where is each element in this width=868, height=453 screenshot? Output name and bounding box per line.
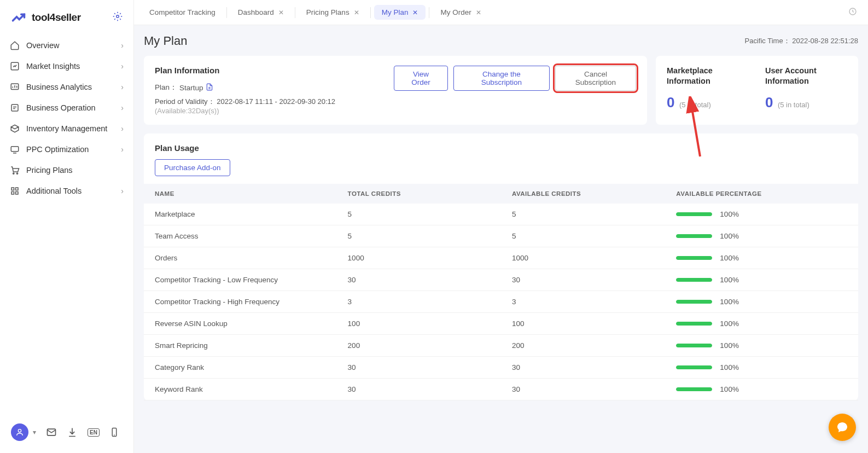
chevron-right-icon: ›	[121, 124, 124, 133]
period-line: Period of Validity： 2022-08-17 11:11 - 2…	[155, 97, 394, 115]
cell-name: Keyword Rank	[144, 379, 337, 400]
operation-icon	[10, 103, 20, 113]
progress-bar	[676, 212, 712, 216]
table-row: Marketplace55100%	[144, 204, 858, 225]
col-available: AVAILABLE CREDITS	[501, 184, 665, 204]
sidebar-item-label: Overview	[26, 41, 59, 50]
cell-pct: 100%	[665, 357, 858, 379]
pct-text: 100%	[720, 232, 739, 240]
plan-information-card: Plan Information Plan： Startup Period of…	[144, 56, 647, 125]
cell-available: 200	[501, 335, 665, 357]
sidebar-item-label: Business Analytics	[26, 83, 92, 91]
tz-value: 2022-08-28 22:51:28	[792, 37, 858, 45]
table-row: Smart Repricing200200100%	[144, 335, 858, 357]
progress-bar	[676, 365, 712, 369]
close-icon[interactable]: ✕	[412, 9, 418, 16]
tz-label: Pacific Time：	[745, 37, 790, 45]
account-info-sub: (5 in total)	[778, 101, 809, 109]
content-area: My Plan Pacific Time： 2022-08-28 22:51:2…	[134, 25, 868, 453]
cell-available: 5	[501, 204, 665, 225]
sidebar-item-business-analytics[interactable]: Business Analytics›	[0, 77, 133, 97]
cell-pct: 100%	[665, 247, 858, 269]
svg-point-0	[116, 15, 119, 18]
svg-rect-4	[11, 147, 19, 152]
chat-fab[interactable]	[829, 414, 856, 441]
download-icon[interactable]	[67, 427, 78, 438]
cell-available: 30	[501, 357, 665, 379]
cell-total: 30	[337, 379, 501, 400]
sidebar-item-ppc-optimization[interactable]: PPC Optimization›	[0, 139, 133, 160]
col-name: NAME	[144, 184, 337, 204]
sidebar-item-overview[interactable]: Overview›	[0, 35, 133, 56]
page-header: My Plan Pacific Time： 2022-08-28 22:51:2…	[144, 34, 858, 48]
cell-name: Competitor Tracking - Low Frequency	[144, 269, 337, 291]
table-row: Team Access55100%	[144, 225, 858, 247]
progress-bar	[676, 300, 712, 304]
tab-label: My Order	[440, 8, 471, 16]
table-row: Reverse ASIN Lookup100100100%	[144, 313, 858, 335]
progress-bar	[676, 387, 712, 391]
page-title: My Plan	[144, 34, 187, 48]
table-row: Competitor Tracking - Low Frequency30301…	[144, 269, 858, 291]
cell-name: Smart Repricing	[144, 335, 337, 357]
cell-available: 1000	[501, 247, 665, 269]
cell-total: 3	[337, 291, 501, 313]
inventory-icon	[10, 124, 20, 133]
analytics-icon	[10, 82, 20, 92]
table-row: Orders10001000100%	[144, 247, 858, 269]
cancel-subscription-button[interactable]: Cancel Subscription	[555, 66, 636, 91]
cell-pct: 100%	[665, 379, 858, 400]
mail-icon[interactable]	[46, 427, 57, 438]
sidebar-item-label: Market Insights	[26, 62, 80, 71]
change-subscription-button[interactable]: Change the Subscription	[453, 66, 550, 91]
pct-text: 100%	[720, 320, 739, 328]
language-icon[interactable]: EN	[88, 428, 100, 437]
period-label: Period of Validity：	[155, 97, 215, 106]
sidebar-item-market-insights[interactable]: Market Insights›	[0, 56, 133, 77]
main: Competitor TrackingDashboard✕Pricing Pla…	[134, 0, 868, 453]
tab-pricing-plans[interactable]: Pricing Plans✕	[299, 5, 367, 20]
cell-available: 100	[501, 313, 665, 335]
close-icon[interactable]: ✕	[278, 9, 284, 16]
tab-label: Pricing Plans	[306, 8, 349, 16]
mobile-icon[interactable]	[109, 427, 119, 437]
sidebar-item-business-operation[interactable]: Business Operation›	[0, 97, 133, 118]
pct-text: 100%	[720, 254, 739, 262]
close-icon[interactable]: ✕	[354, 9, 359, 16]
cell-available: 30	[501, 269, 665, 291]
pct-text: 100%	[720, 276, 739, 284]
chevron-down-icon[interactable]: ▾	[33, 428, 36, 436]
tab-my-plan[interactable]: My Plan✕	[374, 5, 426, 20]
sidebar-item-inventory-management[interactable]: Inventory Management›	[0, 118, 133, 139]
avatar-button[interactable]	[11, 423, 28, 441]
usage-table: NAME TOTAL CREDITS AVAILABLE CREDITS AVA…	[144, 184, 858, 400]
document-icon[interactable]	[206, 83, 213, 92]
cell-total: 5	[337, 204, 501, 225]
sidebar-item-pricing-plans[interactable]: Pricing Plans	[0, 160, 133, 181]
logo-text: tool4seller	[32, 11, 81, 24]
clock-icon[interactable]	[848, 7, 861, 18]
purchase-addon-button[interactable]: Purchase Add-on	[155, 159, 230, 176]
chevron-right-icon: ›	[121, 41, 124, 50]
cell-available: 3	[501, 291, 665, 313]
logo-row: tool4seller	[0, 0, 133, 32]
sidebar-item-label: PPC Optimization	[26, 145, 89, 154]
chevron-right-icon: ›	[121, 103, 124, 112]
cell-total: 200	[337, 335, 501, 357]
tab-competitor-tracking[interactable]: Competitor Tracking	[142, 5, 223, 20]
cell-pct: 100%	[665, 269, 858, 291]
table-row: Competitor Tracking - High Frequency3310…	[144, 291, 858, 313]
sidebar-item-additional-tools[interactable]: Additional Tools›	[0, 181, 133, 201]
tab-divider	[295, 7, 295, 18]
gear-icon[interactable]	[113, 11, 123, 24]
tab-dashboard[interactable]: Dashboard✕	[230, 5, 292, 20]
ppc-icon	[10, 144, 20, 154]
svg-rect-8	[11, 188, 14, 190]
cell-available: 5	[501, 225, 665, 247]
close-icon[interactable]: ✕	[476, 9, 481, 16]
cell-available: 30	[501, 379, 665, 400]
progress-bar	[676, 344, 712, 347]
view-order-button[interactable]: View Order	[394, 66, 448, 91]
tab-my-order[interactable]: My Order✕	[433, 5, 488, 20]
tools-icon	[10, 186, 20, 196]
